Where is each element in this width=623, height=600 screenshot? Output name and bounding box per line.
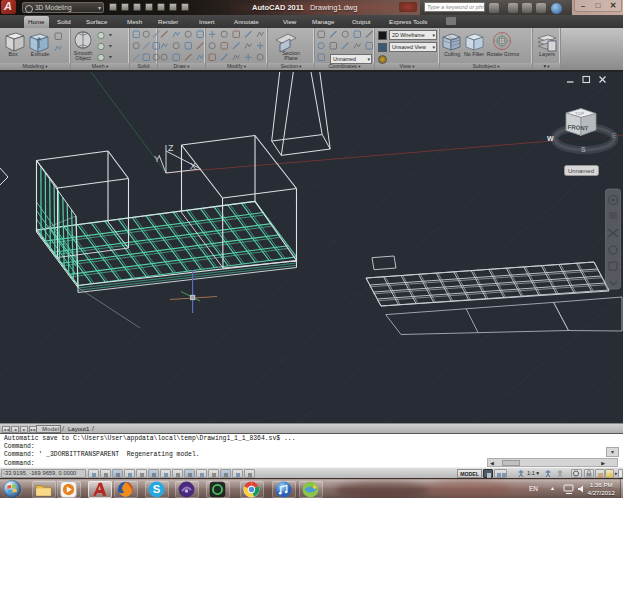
svg-text:TOP: TOP — [575, 111, 584, 117]
svg-text:Unnamed: Unnamed — [568, 168, 594, 174]
svg-text:E: E — [612, 132, 617, 139]
svg-text:Y: Y — [154, 154, 160, 164]
svg-text:Z: Z — [168, 143, 174, 153]
svg-text:S: S — [581, 146, 586, 153]
svg-text:S: S — [153, 483, 161, 495]
svg-text:W: W — [547, 135, 554, 142]
svg-text:✦: ✦ — [311, 483, 318, 492]
